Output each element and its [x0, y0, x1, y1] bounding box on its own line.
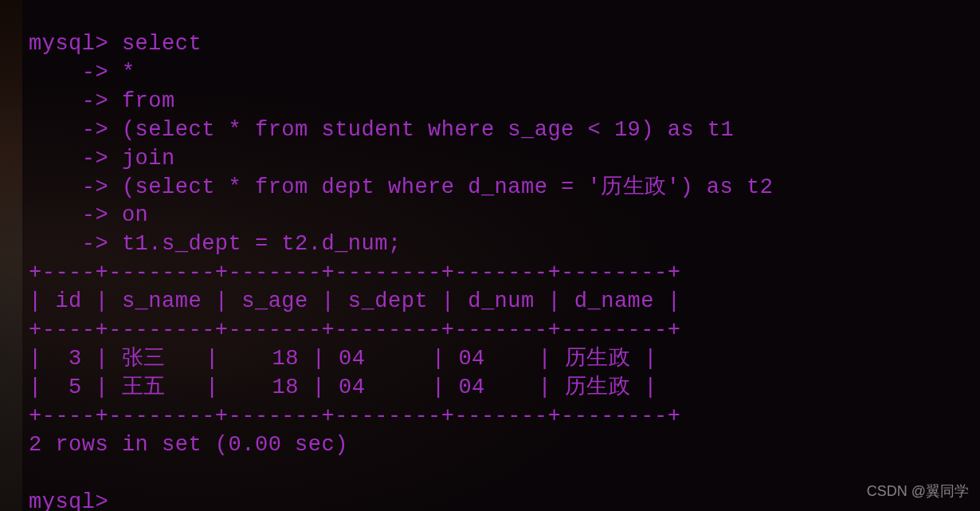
- background-accent: [0, 0, 22, 511]
- watermark: CSDN @翼同学: [867, 482, 969, 501]
- terminal-output: mysql> select -> * -> from -> (select * …: [29, 30, 980, 511]
- table-border: +----+--------+-------+--------+-------+…: [29, 404, 680, 428]
- query-line: select: [122, 32, 202, 56]
- query-line: join: [122, 147, 175, 171]
- result-summary: 2 rows in set (0.00 sec): [29, 433, 348, 457]
- table-row: | 5 | 王五 | 18 | 04 | 04 | 历生政 |: [29, 375, 657, 399]
- prompt: mysql>: [29, 32, 108, 56]
- query-line: *: [122, 61, 135, 85]
- prompt: mysql>: [29, 490, 108, 512]
- continuation: ->: [29, 89, 108, 113]
- query-line: from: [122, 89, 175, 113]
- table-border: +----+--------+-------+--------+-------+…: [29, 261, 680, 285]
- continuation: ->: [29, 147, 108, 171]
- query-line: (select * from student where s_age < 19)…: [122, 118, 734, 142]
- continuation: ->: [29, 232, 108, 256]
- table-row: | 3 | 张三 | 18 | 04 | 04 | 历生政 |: [29, 347, 657, 371]
- continuation: ->: [29, 175, 108, 199]
- table-border: +----+--------+-------+--------+-------+…: [29, 318, 680, 342]
- table-header: | id | s_name | s_age | s_dept | d_num |…: [29, 289, 680, 313]
- continuation: ->: [29, 118, 108, 142]
- query-line: (select * from dept where d_name = '历生政'…: [122, 175, 773, 199]
- query-line: on: [122, 203, 148, 227]
- continuation: ->: [29, 61, 108, 85]
- continuation: ->: [29, 203, 108, 227]
- query-line: t1.s_dept = t2.d_num;: [122, 232, 402, 256]
